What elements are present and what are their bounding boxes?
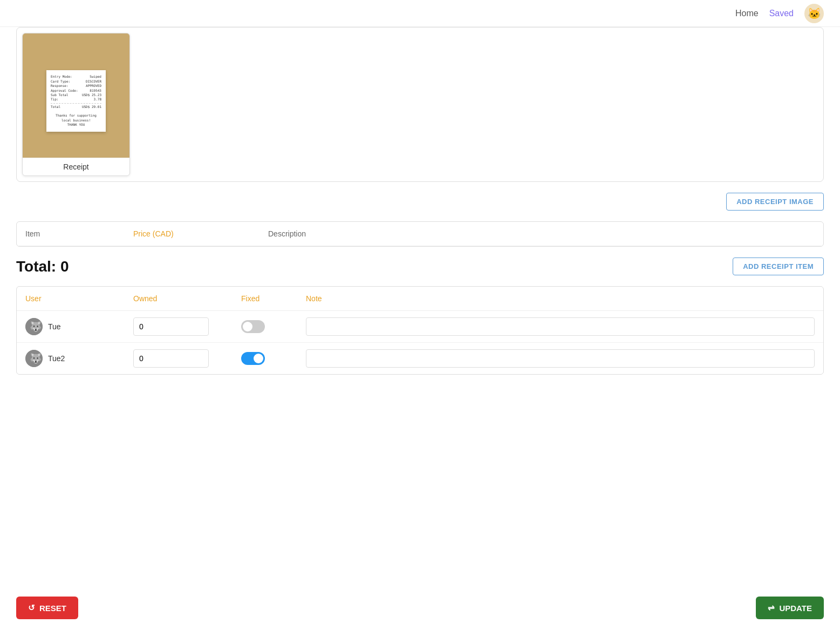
total-label: Total: 0 [16, 258, 69, 275]
svg-text:🐺: 🐺 [30, 353, 42, 364]
receipt-images-container: Entry Mode:Swiped Card Type:DISCOVER Res… [16, 27, 824, 182]
items-table-header: Item Price (CAD) Description [17, 222, 823, 246]
header: Home Saved 🐱 [0, 0, 840, 27]
fixed-toggle-tue2[interactable] [241, 352, 265, 365]
note-input-tue[interactable] [306, 317, 815, 336]
add-receipt-image-button[interactable]: ADD RECEIPT IMAGE [726, 193, 824, 211]
fixed-toggle-tue[interactable] [241, 320, 265, 333]
receipt-image-area: Entry Mode:Swiped Card Type:DISCOVER Res… [23, 33, 129, 158]
user-avatar-tue: 🐺 [25, 318, 43, 335]
header-nav: Home Saved 🐱 [735, 4, 824, 23]
note-input-tue2[interactable] [306, 349, 815, 368]
note-col-header: Note [306, 294, 815, 303]
fixed-cell-tue2 [241, 352, 306, 365]
toggle-slider-tue [241, 320, 265, 333]
price-col-header: Price (CAD) [133, 229, 268, 238]
note-cell-tue [306, 317, 815, 336]
owned-col-header: Owned [133, 294, 241, 303]
reset-icon: ↺ [28, 603, 35, 613]
main-content: Entry Mode:Swiped Card Type:DISCOVER Res… [0, 27, 840, 423]
fixed-col-header: Fixed [241, 294, 306, 303]
users-table-header: User Owned Fixed Note [17, 287, 823, 311]
add-receipt-item-button[interactable]: ADD RECEIPT ITEM [733, 258, 824, 275]
fixed-cell-tue [241, 320, 306, 333]
reset-button[interactable]: ↺ RESET [16, 597, 78, 619]
owned-input-tue[interactable] [133, 317, 209, 336]
toggle-slider-tue2 [241, 352, 265, 365]
user-avatar-tue2: 🐺 [25, 350, 43, 367]
user-name-tue: Tue [48, 322, 61, 331]
footer-buttons: ↺ RESET ⇌ UPDATE [0, 586, 840, 630]
total-row: Total: 0 ADD RECEIPT ITEM [16, 258, 824, 275]
receipt-paper: Entry Mode:Swiped Card Type:DISCOVER Res… [46, 70, 106, 131]
user-row-2: 🐺 Tue2 [17, 343, 823, 374]
items-table: Item Price (CAD) Description [16, 221, 824, 247]
receipt-card: Entry Mode:Swiped Card Type:DISCOVER Res… [22, 33, 130, 176]
saved-link[interactable]: Saved [769, 9, 794, 18]
receipt-label: Receipt [23, 158, 129, 175]
reset-label: RESET [39, 604, 66, 613]
home-link[interactable]: Home [735, 9, 759, 18]
add-receipt-image-section: ADD RECEIPT IMAGE [16, 193, 824, 211]
owned-cell-tue [133, 317, 241, 336]
user-row: 🐺 Tue [17, 311, 823, 343]
user-col-header: User [25, 294, 133, 303]
avatar[interactable]: 🐱 [804, 4, 824, 23]
update-icon: ⇌ [768, 603, 775, 613]
item-col-header: Item [25, 229, 133, 238]
description-col-header: Description [268, 229, 815, 238]
owned-input-tue2[interactable] [133, 349, 209, 368]
update-label: UPDATE [779, 604, 812, 613]
user-name-tue2: Tue2 [48, 354, 65, 363]
note-cell-tue2 [306, 349, 815, 368]
user-info-tue2: 🐺 Tue2 [25, 350, 133, 367]
update-button[interactable]: ⇌ UPDATE [756, 597, 824, 619]
svg-text:🐺: 🐺 [30, 321, 42, 333]
users-table: User Owned Fixed Note 🐺 Tue [16, 286, 824, 375]
user-info-tue: 🐺 Tue [25, 318, 133, 335]
owned-cell-tue2 [133, 349, 241, 368]
